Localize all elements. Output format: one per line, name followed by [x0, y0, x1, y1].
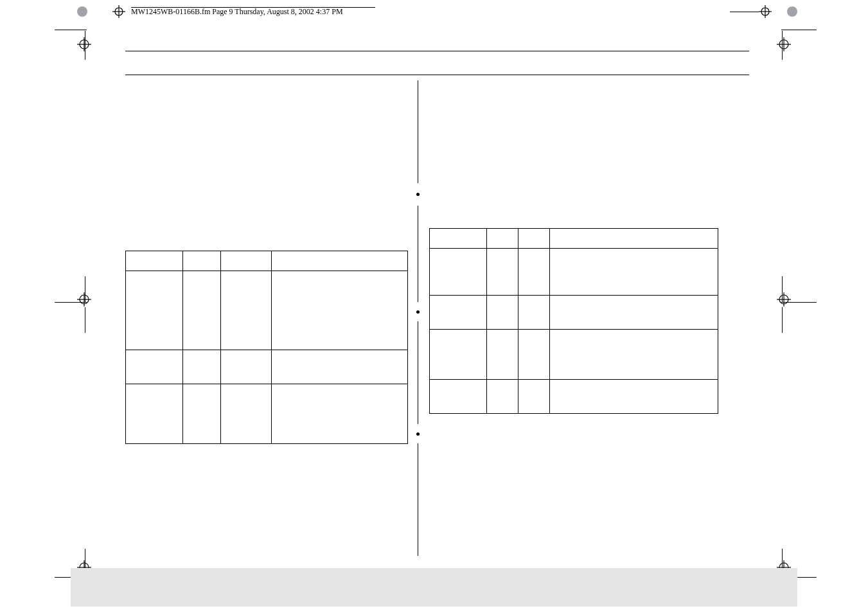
table-row — [430, 249, 718, 296]
left-cell — [126, 271, 183, 350]
left-th-2 — [183, 251, 221, 271]
right-cell — [430, 380, 487, 414]
right-cell — [487, 296, 518, 330]
crop-tr-v — [782, 31, 783, 60]
reg-mark-banner — [112, 5, 125, 18]
column-divider-1 — [418, 80, 418, 183]
reg-mark-tl — [77, 37, 91, 51]
crop-rm-v2 — [782, 307, 783, 333]
page-rule-header — [125, 75, 749, 75]
gutter-bullet-2 — [416, 310, 420, 314]
reg-mark-lm — [77, 292, 91, 306]
right-th-2 — [487, 229, 518, 249]
column-divider-3 — [418, 321, 418, 424]
right-cell — [518, 330, 550, 380]
gutter-bullet-1 — [416, 193, 420, 196]
column-divider-4 — [418, 443, 418, 556]
right-cell — [430, 249, 487, 296]
left-cell — [272, 350, 408, 384]
right-cell — [518, 296, 550, 330]
svg-point-3 — [115, 8, 123, 15]
left-cell — [183, 350, 221, 384]
table-header-row — [126, 251, 408, 271]
reg-mark-tr2 — [759, 5, 772, 18]
gutter-bullet-3 — [416, 432, 420, 436]
table-row — [126, 350, 408, 384]
right-cell — [430, 330, 487, 380]
crop-lm-v — [85, 276, 85, 302]
left-cell — [221, 384, 272, 444]
footer-bar — [71, 568, 797, 607]
file-banner: MW1245WB-01166B.fm Page 9 Thursday, Augu… — [131, 7, 343, 17]
table-header-row — [430, 229, 718, 249]
left-cell — [272, 271, 408, 350]
right-th-1 — [430, 229, 487, 249]
corner-disc-tr — [787, 6, 797, 17]
page-rule-top — [125, 51, 749, 51]
reg-mark-tr — [777, 37, 791, 51]
right-cell — [487, 330, 518, 380]
table-row — [126, 271, 408, 350]
right-cell — [430, 296, 487, 330]
corner-disc-tl — [77, 6, 87, 17]
svg-point-6 — [779, 40, 788, 49]
crop-tl-h — [55, 30, 87, 30]
reg-mark-rm — [777, 292, 791, 306]
table-row — [430, 380, 718, 414]
right-cell — [487, 249, 518, 296]
crop-rm-v — [782, 276, 783, 302]
svg-point-9 — [761, 8, 769, 15]
left-cell — [183, 271, 221, 350]
right-cell — [550, 249, 718, 296]
left-cell — [221, 350, 272, 384]
crop-lm-v2 — [85, 307, 85, 333]
left-cell — [126, 350, 183, 384]
left-cell — [272, 384, 408, 444]
right-cell — [487, 380, 518, 414]
right-cell — [550, 296, 718, 330]
right-cell — [550, 330, 718, 380]
table-row — [430, 296, 718, 330]
right-cell — [518, 249, 550, 296]
svg-point-0 — [80, 40, 89, 49]
right-th-4 — [550, 229, 718, 249]
crop-rm-h — [781, 302, 817, 303]
left-cell — [126, 384, 183, 444]
crop-tr-h2 — [730, 12, 759, 12]
left-th-1 — [126, 251, 183, 271]
left-th-4 — [272, 251, 408, 271]
left-cell — [183, 384, 221, 444]
crop-lm-h — [55, 302, 87, 303]
crop-tl-v — [85, 31, 85, 60]
right-cell — [518, 380, 550, 414]
right-table — [429, 228, 718, 414]
column-divider-2 — [418, 206, 418, 302]
right-th-3 — [518, 229, 550, 249]
left-cell — [221, 271, 272, 350]
table-row — [430, 330, 718, 380]
left-th-3 — [221, 251, 272, 271]
right-cell — [550, 380, 718, 414]
table-row — [126, 384, 408, 444]
left-table — [125, 251, 408, 444]
crop-tr-h — [781, 30, 817, 30]
